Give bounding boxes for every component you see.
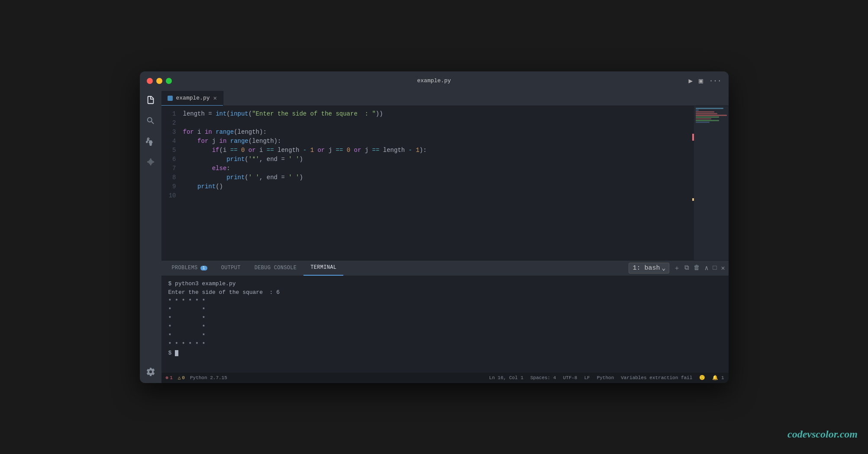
tab-bar: example.py ✕ <box>161 90 729 106</box>
debug-console-label: DEBUG CONSOLE <box>255 265 297 271</box>
smiley-icon: 🙂 <box>699 375 705 380</box>
code-line-7: else: <box>183 164 720 173</box>
terminal-line-5: * * <box>168 314 722 323</box>
code-line-3: for i in range(length): <box>183 128 720 137</box>
eol[interactable]: LF <box>584 375 590 380</box>
terminal-content[interactable]: $ python3 example.py Enter the side of t… <box>161 276 729 373</box>
panel-tab-terminal[interactable]: TERMINAL <box>303 260 343 276</box>
notification-bell[interactable]: 🔔 1 <box>712 375 724 380</box>
status-right: Ln 16, Col 1 Spaces: 4 UTF-8 LF Python V… <box>489 375 724 380</box>
play-icon[interactable]: ▶ <box>688 77 693 85</box>
panel-tab-problems[interactable]: PROBLEMS 1 <box>165 260 214 276</box>
terminal-line-7: * * <box>168 332 722 340</box>
more-actions-icon[interactable]: ··· <box>709 77 722 85</box>
python-file-icon <box>168 96 173 101</box>
code-editor[interactable]: 1 2 3 4 5 6 7 8 9 10 length = int(input(… <box>161 106 729 260</box>
title-bar-actions: ▶ ▣ ··· <box>688 77 721 85</box>
maximize-button[interactable] <box>166 78 172 84</box>
code-line-9: print() <box>183 182 720 191</box>
sidebar-item-search[interactable] <box>145 115 157 127</box>
problems-label: PROBLEMS <box>172 265 198 271</box>
sidebar-item-explorer[interactable] <box>145 94 157 106</box>
sidebar-item-source-control[interactable] <box>145 135 157 148</box>
panel-actions: 1: bash ⌄ ＋ ⧉ 🗑 ∧ □ ✕ <box>629 263 725 274</box>
split-terminal-icon[interactable]: ⧉ <box>684 264 689 272</box>
sidebar-item-settings[interactable] <box>145 366 157 378</box>
spaces[interactable]: Spaces: 4 <box>530 375 556 380</box>
code-lines: length = int(input("Enter the side of th… <box>183 109 729 257</box>
editor-tab-example-py[interactable]: example.py ✕ <box>161 91 223 106</box>
terminal-line-1: $ python3 example.py <box>168 280 722 288</box>
delete-terminal-icon[interactable]: 🗑 <box>694 264 700 272</box>
output-label: OUTPUT <box>221 265 241 271</box>
code-line-2 <box>183 119 720 128</box>
panel-tab-output[interactable]: OUTPUT <box>214 260 248 276</box>
error-icon: ⊗ <box>166 375 169 380</box>
terminal-line-6: * * <box>168 323 722 332</box>
encoding[interactable]: UTF-8 <box>563 375 577 380</box>
terminal-line-2: Enter the side of the square : 6 <box>168 288 722 297</box>
terminal-label: TERMINAL <box>310 264 336 270</box>
warning-icon: △ <box>178 375 181 380</box>
code-line-5: if(i == 0 or i == length - 1 or j == 0 o… <box>183 146 720 155</box>
activity-bar <box>140 90 161 383</box>
minimap[interactable] <box>694 106 729 260</box>
status-left: ⊗ 1 △ 0 Python 2.7.15 <box>166 375 227 380</box>
sidebar-item-extensions[interactable] <box>145 156 157 168</box>
terminal-cursor <box>175 350 178 356</box>
terminal-selector[interactable]: 1: bash ⌄ <box>629 263 669 274</box>
window-title: example.py <box>417 77 451 84</box>
line-numbers: 1 2 3 4 5 6 7 8 9 10 <box>161 109 183 257</box>
vscode-window: example.py ▶ ▣ ··· <box>140 71 729 383</box>
panel: PROBLEMS 1 OUTPUT DEBUG CONSOLE TERMINAL <box>161 260 729 373</box>
tab-close-button[interactable]: ✕ <box>213 94 217 102</box>
panel-tab-debug-console[interactable]: DEBUG CONSOLE <box>248 260 304 276</box>
cursor-position[interactable]: Ln 16, Col 1 <box>489 375 523 380</box>
terminal-line-3: * * * * * * <box>168 297 722 306</box>
extra-status: Variables extraction fail <box>621 375 692 380</box>
main-layout: example.py ✕ 1 2 3 4 5 6 7 8 9 <box>140 90 729 383</box>
layout-icon[interactable]: ▣ <box>699 77 703 85</box>
tab-label: example.py <box>176 95 210 101</box>
maximize-panel-icon[interactable]: □ <box>713 264 716 272</box>
terminal-selector-label: 1: bash <box>632 264 660 272</box>
error-count[interactable]: ⊗ 1 <box>166 375 173 380</box>
language-mode[interactable]: Python <box>597 375 614 380</box>
close-panel-icon[interactable]: ✕ <box>721 264 725 272</box>
terminal-line-9: $ <box>168 349 722 357</box>
minimize-button[interactable] <box>156 78 162 84</box>
minimap-content <box>694 106 729 125</box>
code-line-10 <box>183 191 720 200</box>
code-line-1: length = int(input("Enter the side of th… <box>183 109 720 119</box>
panel-tabs: PROBLEMS 1 OUTPUT DEBUG CONSOLE TERMINAL <box>161 261 729 276</box>
editor-area: example.py ✕ 1 2 3 4 5 6 7 8 9 <box>161 90 729 383</box>
python-version[interactable]: Python 2.7.15 <box>190 375 227 380</box>
problems-badge: 1 <box>200 266 207 270</box>
chevron-down-icon: ⌄ <box>661 264 665 272</box>
chevron-up-icon[interactable]: ∧ <box>704 264 708 272</box>
code-line-6: print('*', end = ' ') <box>183 155 720 164</box>
warning-count[interactable]: △ 0 <box>178 375 185 380</box>
code-line-4: for j in range(length): <box>183 137 720 146</box>
code-content: 1 2 3 4 5 6 7 8 9 10 length = int(input(… <box>161 106 729 260</box>
title-bar: example.py ▶ ▣ ··· <box>140 71 729 90</box>
status-bar: ⊗ 1 △ 0 Python 2.7.15 Ln 16, Col 1 Space… <box>161 373 729 383</box>
terminal-line-8: * * * * * * <box>168 340 722 349</box>
code-line-8: print(' ', end = ' ') <box>183 173 720 182</box>
terminal-line-4: * * <box>168 306 722 314</box>
close-button[interactable] <box>147 78 153 84</box>
traffic-lights <box>147 78 172 84</box>
add-terminal-icon[interactable]: ＋ <box>674 264 680 272</box>
